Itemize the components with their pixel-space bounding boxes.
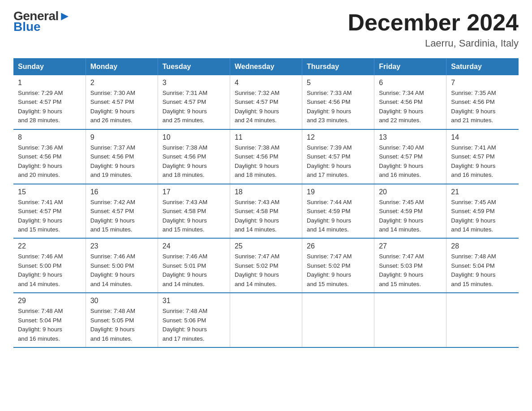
day-cell: 19Sunrise: 7:44 AMSunset: 4:59 PMDayligh… bbox=[302, 184, 374, 239]
day-info: Sunrise: 7:45 AMSunset: 4:59 PMDaylight:… bbox=[379, 198, 442, 235]
day-number: 31 bbox=[163, 297, 225, 305]
day-cell: 5Sunrise: 7:33 AMSunset: 4:56 PMDaylight… bbox=[302, 75, 374, 129]
week-row-3: 15Sunrise: 7:41 AMSunset: 4:57 PMDayligh… bbox=[13, 184, 519, 239]
day-cell: 24Sunrise: 7:46 AMSunset: 5:01 PMDayligh… bbox=[158, 238, 230, 293]
day-info: Sunrise: 7:38 AMSunset: 4:56 PMDaylight:… bbox=[235, 143, 297, 180]
day-cell: 21Sunrise: 7:45 AMSunset: 4:59 PMDayligh… bbox=[446, 184, 519, 239]
day-number: 7 bbox=[451, 79, 514, 87]
page-header: General► Blue December 2024 Laerru, Sard… bbox=[13, 9, 519, 49]
day-info: Sunrise: 7:47 AMSunset: 5:03 PMDaylight:… bbox=[379, 252, 442, 289]
location: Laerru, Sardinia, Italy bbox=[348, 38, 519, 49]
day-cell: 23Sunrise: 7:46 AMSunset: 5:00 PMDayligh… bbox=[86, 238, 158, 293]
day-cell: 20Sunrise: 7:45 AMSunset: 4:59 PMDayligh… bbox=[374, 184, 446, 239]
day-info: Sunrise: 7:36 AMSunset: 4:56 PMDaylight:… bbox=[18, 143, 81, 180]
day-info: Sunrise: 7:48 AMSunset: 5:04 PMDaylight:… bbox=[451, 252, 514, 289]
day-cell: 6Sunrise: 7:34 AMSunset: 4:56 PMDaylight… bbox=[374, 75, 446, 129]
day-number: 27 bbox=[379, 242, 442, 250]
day-cell bbox=[230, 293, 302, 347]
weekday-header-row: SundayMondayTuesdayWednesdayThursdayFrid… bbox=[13, 58, 519, 75]
day-cell: 3Sunrise: 7:31 AMSunset: 4:57 PMDaylight… bbox=[158, 75, 230, 129]
day-number: 2 bbox=[90, 79, 153, 87]
day-info: Sunrise: 7:31 AMSunset: 4:57 PMDaylight:… bbox=[163, 89, 225, 125]
day-info: Sunrise: 7:48 AMSunset: 5:05 PMDaylight:… bbox=[90, 307, 153, 343]
week-row-2: 8Sunrise: 7:36 AMSunset: 4:56 PMDaylight… bbox=[13, 129, 519, 184]
day-number: 22 bbox=[18, 242, 81, 250]
day-info: Sunrise: 7:46 AMSunset: 5:00 PMDaylight:… bbox=[90, 252, 153, 289]
day-info: Sunrise: 7:37 AMSunset: 4:56 PMDaylight:… bbox=[90, 143, 153, 180]
logo: General► Blue bbox=[13, 9, 71, 34]
day-number: 30 bbox=[90, 297, 153, 305]
day-number: 25 bbox=[235, 242, 297, 250]
day-number: 12 bbox=[307, 133, 369, 141]
day-cell bbox=[302, 293, 374, 347]
day-info: Sunrise: 7:44 AMSunset: 4:59 PMDaylight:… bbox=[307, 198, 369, 235]
day-number: 16 bbox=[90, 188, 153, 196]
logo-blue-text: Blue bbox=[13, 20, 41, 34]
day-cell: 22Sunrise: 7:46 AMSunset: 5:00 PMDayligh… bbox=[13, 238, 86, 293]
day-number: 8 bbox=[18, 133, 81, 141]
day-info: Sunrise: 7:43 AMSunset: 4:58 PMDaylight:… bbox=[163, 198, 225, 235]
day-number: 1 bbox=[18, 79, 81, 87]
day-info: Sunrise: 7:29 AMSunset: 4:57 PMDaylight:… bbox=[18, 89, 81, 125]
day-info: Sunrise: 7:45 AMSunset: 4:59 PMDaylight:… bbox=[451, 198, 514, 235]
day-number: 29 bbox=[18, 297, 81, 305]
day-cell: 31Sunrise: 7:48 AMSunset: 5:06 PMDayligh… bbox=[158, 293, 230, 347]
day-info: Sunrise: 7:43 AMSunset: 4:58 PMDaylight:… bbox=[235, 198, 297, 235]
title-block: December 2024 Laerru, Sardinia, Italy bbox=[348, 9, 519, 49]
day-info: Sunrise: 7:30 AMSunset: 4:57 PMDaylight:… bbox=[90, 89, 153, 125]
day-info: Sunrise: 7:38 AMSunset: 4:56 PMDaylight:… bbox=[163, 143, 225, 180]
day-cell bbox=[446, 293, 519, 347]
weekday-header-saturday: Saturday bbox=[446, 58, 519, 75]
day-info: Sunrise: 7:46 AMSunset: 5:01 PMDaylight:… bbox=[163, 252, 225, 289]
day-info: Sunrise: 7:48 AMSunset: 5:06 PMDaylight:… bbox=[163, 307, 225, 343]
day-number: 5 bbox=[307, 79, 369, 87]
weekday-header-thursday: Thursday bbox=[302, 58, 374, 75]
day-number: 13 bbox=[379, 133, 442, 141]
day-info: Sunrise: 7:47 AMSunset: 5:02 PMDaylight:… bbox=[235, 252, 297, 289]
day-cell: 7Sunrise: 7:35 AMSunset: 4:56 PMDaylight… bbox=[446, 75, 519, 129]
day-cell: 28Sunrise: 7:48 AMSunset: 5:04 PMDayligh… bbox=[446, 238, 519, 293]
day-number: 3 bbox=[163, 79, 225, 87]
day-cell: 11Sunrise: 7:38 AMSunset: 4:56 PMDayligh… bbox=[230, 129, 302, 184]
day-cell: 13Sunrise: 7:40 AMSunset: 4:57 PMDayligh… bbox=[374, 129, 446, 184]
weekday-header-tuesday: Tuesday bbox=[158, 58, 230, 75]
day-number: 19 bbox=[307, 188, 369, 196]
week-row-1: 1Sunrise: 7:29 AMSunset: 4:57 PMDaylight… bbox=[13, 75, 519, 129]
day-info: Sunrise: 7:41 AMSunset: 4:57 PMDaylight:… bbox=[18, 198, 81, 235]
day-cell: 14Sunrise: 7:41 AMSunset: 4:57 PMDayligh… bbox=[446, 129, 519, 184]
month-title: December 2024 bbox=[348, 9, 519, 36]
day-number: 17 bbox=[163, 188, 225, 196]
day-cell: 9Sunrise: 7:37 AMSunset: 4:56 PMDaylight… bbox=[86, 129, 158, 184]
day-number: 14 bbox=[451, 133, 514, 141]
day-info: Sunrise: 7:39 AMSunset: 4:57 PMDaylight:… bbox=[307, 143, 369, 180]
day-number: 15 bbox=[18, 188, 81, 196]
day-cell: 4Sunrise: 7:32 AMSunset: 4:57 PMDaylight… bbox=[230, 75, 302, 129]
day-cell: 10Sunrise: 7:38 AMSunset: 4:56 PMDayligh… bbox=[158, 129, 230, 184]
day-info: Sunrise: 7:48 AMSunset: 5:04 PMDaylight:… bbox=[18, 307, 81, 343]
day-number: 28 bbox=[451, 242, 514, 250]
day-cell: 29Sunrise: 7:48 AMSunset: 5:04 PMDayligh… bbox=[13, 293, 86, 347]
day-number: 10 bbox=[163, 133, 225, 141]
day-info: Sunrise: 7:42 AMSunset: 4:57 PMDaylight:… bbox=[90, 198, 153, 235]
week-row-4: 22Sunrise: 7:46 AMSunset: 5:00 PMDayligh… bbox=[13, 238, 519, 293]
day-cell: 27Sunrise: 7:47 AMSunset: 5:03 PMDayligh… bbox=[374, 238, 446, 293]
day-number: 24 bbox=[163, 242, 225, 250]
day-info: Sunrise: 7:40 AMSunset: 4:57 PMDaylight:… bbox=[379, 143, 442, 180]
day-info: Sunrise: 7:33 AMSunset: 4:56 PMDaylight:… bbox=[307, 89, 369, 125]
day-number: 9 bbox=[90, 133, 153, 141]
day-cell: 2Sunrise: 7:30 AMSunset: 4:57 PMDaylight… bbox=[86, 75, 158, 129]
day-info: Sunrise: 7:35 AMSunset: 4:56 PMDaylight:… bbox=[451, 89, 514, 125]
day-info: Sunrise: 7:32 AMSunset: 4:57 PMDaylight:… bbox=[235, 89, 297, 125]
day-info: Sunrise: 7:47 AMSunset: 5:02 PMDaylight:… bbox=[307, 252, 369, 289]
day-cell: 26Sunrise: 7:47 AMSunset: 5:02 PMDayligh… bbox=[302, 238, 374, 293]
week-row-5: 29Sunrise: 7:48 AMSunset: 5:04 PMDayligh… bbox=[13, 293, 519, 347]
day-number: 23 bbox=[90, 242, 153, 250]
day-cell bbox=[374, 293, 446, 347]
day-cell: 25Sunrise: 7:47 AMSunset: 5:02 PMDayligh… bbox=[230, 238, 302, 293]
day-cell: 8Sunrise: 7:36 AMSunset: 4:56 PMDaylight… bbox=[13, 129, 86, 184]
day-cell: 12Sunrise: 7:39 AMSunset: 4:57 PMDayligh… bbox=[302, 129, 374, 184]
day-cell: 16Sunrise: 7:42 AMSunset: 4:57 PMDayligh… bbox=[86, 184, 158, 239]
day-cell: 1Sunrise: 7:29 AMSunset: 4:57 PMDaylight… bbox=[13, 75, 86, 129]
day-info: Sunrise: 7:34 AMSunset: 4:56 PMDaylight:… bbox=[379, 89, 442, 125]
weekday-header-monday: Monday bbox=[86, 58, 158, 75]
